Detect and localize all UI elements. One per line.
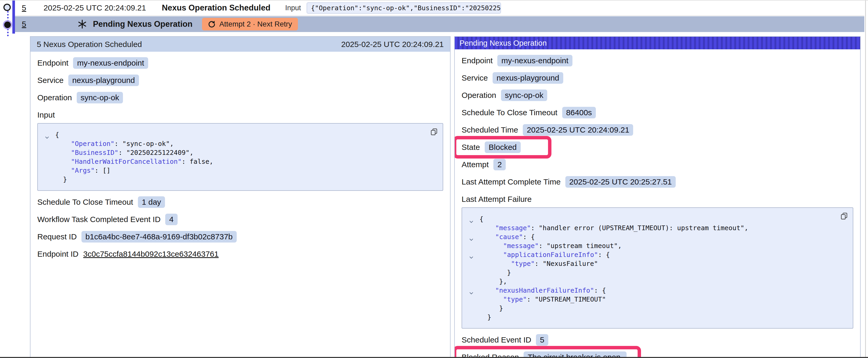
code-line: } bbox=[468, 304, 845, 313]
annotation-highlight-blocked-reason: Blocked ReasonThe circuit breaker is ope… bbox=[454, 346, 641, 357]
field-label-endpoint: Endpoint bbox=[462, 56, 493, 65]
field-row-operation: Operationsync-op-ok bbox=[462, 89, 853, 101]
failure-json-viewer: {"message": "handler error (UPSTREAM_TIM… bbox=[462, 207, 853, 329]
field-label-service: Service bbox=[37, 76, 64, 85]
timeline-event-marker-filled-icon[interactable] bbox=[4, 22, 11, 28]
detail-header-title: 5 Nexus Operation Scheduled bbox=[37, 40, 142, 49]
code-line: "Args": [] bbox=[44, 166, 435, 175]
selected-event-accent-bar bbox=[12, 1, 15, 34]
event-input-label: Input bbox=[285, 4, 301, 12]
field-label-schedule-to-close-timeout: Schedule To Close Timeout bbox=[462, 108, 557, 117]
field-row-scheduled-time: Scheduled Time2025-02-25 UTC 20:24:09.21 bbox=[462, 124, 853, 136]
event-detail-area: 5 Nexus Operation Scheduled 2025-02-25 U… bbox=[30, 32, 861, 357]
event-title: Nexus Operation Scheduled bbox=[162, 3, 270, 12]
code-line: "Operation": "sync-op-ok", bbox=[44, 139, 435, 148]
code-line: }, bbox=[468, 277, 845, 286]
code-line: "BusinessID": "20250225122409", bbox=[44, 148, 435, 157]
event-detail-card: 5 Nexus Operation Scheduled 2025-02-25 U… bbox=[30, 36, 451, 357]
field-label-schedule-to-close-timeout: Schedule To Close Timeout bbox=[37, 198, 133, 206]
last-attempt-complete-time-value: 2025-02-25 UTC 20:25:27.51 bbox=[565, 176, 676, 188]
operation-value: sync-op-ok bbox=[501, 90, 548, 101]
field-label-attempt: Attempt bbox=[462, 160, 489, 169]
code-line: "HandlerWaitForCancellation": false, bbox=[44, 157, 435, 166]
field-label-last-attempt-complete-time: Last Attempt Complete Time bbox=[462, 177, 561, 186]
field-label-operation: Operation bbox=[462, 91, 496, 100]
field-row-endpoint-id: Endpoint ID3c0c75ccfa8144b092c13ce632463… bbox=[37, 248, 443, 260]
timeline-event-marker-open-icon[interactable] bbox=[3, 4, 11, 11]
schedule-to-close-timeout-value: 1 day bbox=[138, 196, 165, 208]
attempt-value: 2 bbox=[493, 159, 506, 170]
input-section-label: Input bbox=[37, 110, 443, 120]
pending-event-id-link[interactable]: 5 bbox=[22, 20, 26, 29]
pending-operation-banner: Pending Nexus Operation bbox=[455, 37, 860, 50]
timeline-gutter bbox=[0, 1, 12, 357]
detail-fields-top: Endpointmy-nexus-endpointServicenexus-pl… bbox=[37, 57, 443, 104]
code-line: "nexusHandlerFailureInfo": { bbox=[468, 286, 845, 295]
workflow-task-completed-event-id-value: 4 bbox=[165, 214, 178, 225]
pending-asterisk-icon bbox=[78, 20, 87, 29]
field-label-operation: Operation bbox=[37, 93, 72, 102]
retry-status-badge: Attempt 2 · Next Retry bbox=[202, 18, 298, 30]
detail-header-timestamp: 2025-02-25 UTC 20:24:09.21 bbox=[341, 40, 444, 49]
field-row-workflow-task-completed-event-id: Workflow Task Completed Event ID4 bbox=[37, 214, 443, 225]
field-row-endpoint: Endpointmy-nexus-endpoint bbox=[37, 57, 443, 69]
event-timestamp: 2025-02-25 UTC 20:24:09.21 bbox=[43, 3, 146, 12]
code-line: } bbox=[468, 313, 845, 322]
field-row-last-attempt-complete-time: Last Attempt Complete Time2025-02-25 UTC… bbox=[462, 176, 853, 188]
pending-title: Pending Nexus Operation bbox=[93, 20, 192, 29]
code-line: { bbox=[468, 215, 845, 224]
retry-icon bbox=[208, 20, 216, 28]
endpoint-value: my-nexus-endpoint bbox=[73, 57, 148, 69]
field-label-endpoint: Endpoint bbox=[37, 59, 68, 67]
field-label-workflow-task-completed-event-id: Workflow Task Completed Event ID bbox=[37, 215, 160, 224]
field-row-schedule-to-close-timeout: Schedule To Close Timeout86400s bbox=[462, 106, 853, 119]
pending-operation-card: Pending Nexus Operation Endpointmy-nexus… bbox=[454, 36, 861, 357]
event-input-preview[interactable]: {"Operation":"sync-op-ok","BusinessID":"… bbox=[307, 2, 501, 14]
pending-fields-bottom: Scheduled Event ID5Blocked ReasonThe cir… bbox=[462, 334, 853, 357]
state-value: Blocked bbox=[485, 141, 521, 153]
code-line: { bbox=[44, 130, 435, 139]
field-row-operation: Operationsync-op-ok bbox=[37, 92, 443, 104]
scheduled-event-id-value: 5 bbox=[536, 334, 548, 346]
service-value: nexus-playground bbox=[493, 72, 563, 84]
field-row-request-id: Request IDb1c6a4bc-8ee7-468a-9169-df3b02… bbox=[37, 231, 443, 243]
code-line: "applicationFailureInfo": { bbox=[468, 250, 845, 259]
field-label-endpoint-id: Endpoint ID bbox=[37, 250, 79, 259]
scheduled-time-value: 2025-02-25 UTC 20:24:09.21 bbox=[523, 124, 633, 136]
code-line: } bbox=[468, 268, 845, 277]
window-right-border bbox=[865, 1, 866, 357]
annotation-highlight-state: StateBlocked bbox=[454, 136, 552, 159]
field-label-request-id: Request ID bbox=[37, 232, 77, 241]
field-label-service: Service bbox=[462, 73, 488, 83]
event-row-nexus-operation-scheduled[interactable]: 5 2025-02-25 UTC 20:24:09.21 Nexus Opera… bbox=[15, 1, 864, 16]
field-label-scheduled-time: Scheduled Time bbox=[462, 126, 518, 134]
field-row-endpoint: Endpointmy-nexus-endpoint bbox=[462, 55, 853, 67]
failure-section-label: Last Attempt Failure bbox=[462, 195, 853, 204]
field-row-service: Servicenexus-playground bbox=[37, 74, 443, 86]
code-line: "type": "NexusFailure" bbox=[468, 259, 845, 268]
code-line: "message": "upstream timeout", bbox=[468, 241, 845, 250]
field-label-state: State bbox=[462, 143, 480, 152]
event-detail-card-header: 5 Nexus Operation Scheduled 2025-02-25 U… bbox=[30, 37, 450, 52]
pending-banner-title: Pending Nexus Operation bbox=[460, 39, 547, 47]
endpoint-id-value[interactable]: 3c0c75ccfa8144b092c13ce632463761 bbox=[83, 250, 219, 259]
service-value: nexus-playground bbox=[68, 74, 139, 86]
pending-fields-top: Endpointmy-nexus-endpointServicenexus-pl… bbox=[462, 55, 853, 188]
field-row-scheduled-event-id: Scheduled Event ID5 bbox=[462, 334, 853, 346]
blocked-reason-value: The circuit breaker is open. bbox=[524, 352, 626, 357]
input-json-viewer: {"Operation": "sync-op-ok","BusinessID":… bbox=[37, 123, 443, 191]
detail-fields-bottom: Schedule To Close Timeout1 dayWorkflow T… bbox=[37, 196, 443, 260]
workflow-history-page: 5 2025-02-25 UTC 20:24:09.21 Nexus Opera… bbox=[0, 0, 868, 358]
schedule-to-close-timeout-value: 86400s bbox=[562, 107, 596, 118]
event-id-link[interactable]: 5 bbox=[22, 3, 26, 12]
code-line: } bbox=[44, 175, 435, 184]
field-row-schedule-to-close-timeout: Schedule To Close Timeout1 day bbox=[37, 196, 443, 208]
field-row-attempt: Attempt2 bbox=[462, 159, 853, 171]
pending-nexus-operation-row[interactable]: 5 Pending Nexus Operation bbox=[15, 16, 864, 32]
code-line: "message": "handler error (UPSTREAM_TIME… bbox=[468, 224, 845, 232]
code-line: "type": "UPSTREAM_TIMEOUT" bbox=[468, 295, 845, 304]
field-row-blocked-reason: Blocked ReasonThe circuit breaker is ope… bbox=[462, 351, 853, 357]
retry-badge-label: Attempt 2 · Next Retry bbox=[219, 20, 292, 28]
endpoint-value: my-nexus-endpoint bbox=[497, 55, 572, 66]
code-line: "cause": { bbox=[468, 232, 845, 241]
